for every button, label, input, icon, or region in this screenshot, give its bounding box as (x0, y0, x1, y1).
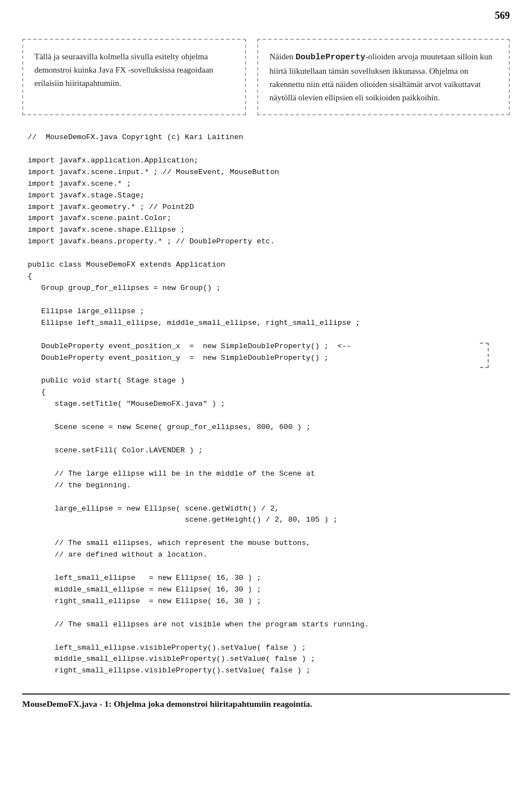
code-line-brace1: { (28, 271, 493, 283)
code-line-start: public void start( Stage stage ) (28, 375, 493, 387)
code-line-right-ellipse: right_small_ellipse = new Ellipse( 16, 3… (28, 596, 493, 608)
dp-bracket (480, 343, 489, 368)
code-block: // MouseDemoFX.java Copyright (c) Kari L… (22, 132, 493, 677)
code-line-ellipse2: Ellipse left_small_ellipse, middle_small… (28, 318, 493, 329)
code-line-2: import javafx.scene.input.* ; // MouseEv… (28, 167, 493, 178)
code-line-class: public class MouseDemoFX extends Applica… (28, 259, 493, 271)
code-line-dp-y: DoubleProperty event_position_y = new Si… (28, 353, 493, 364)
code-line-4: import javafx.stage.Stage; (28, 190, 493, 202)
code-comment-large2: // the beginning. (28, 480, 493, 492)
intro-text-right: Näiden DoubleProperty-olioiden arvoja mu… (269, 52, 492, 102)
code-line-group: Group group_for_ellipses = new Group() ; (28, 283, 493, 294)
code-line-6: import javafx.scene.paint.Color; (28, 213, 493, 225)
code-line-large-ellipse2: scene.getHeight() / 2, 80, 105 ) ; (28, 514, 493, 526)
code-line-right-visible: right_small_ellipse.visibleProperty().se… (28, 665, 493, 677)
code-comment-small1: // The small ellipses, which represent t… (28, 538, 493, 549)
code-line-5: import javafx.geometry.* ; // Point2D (28, 202, 493, 213)
page-number: 569 (495, 10, 510, 22)
code-line-ellipse1: Ellipse large_ellipse ; (28, 306, 493, 318)
code-line-fill: scene.setFill( Color.LAVENDER ) ; (28, 445, 493, 457)
code-line-scene: Scene scene = new Scene( group_for_ellip… (28, 422, 493, 433)
code-line-7: import javafx.scene.shape.Ellipse ; (28, 225, 493, 236)
code-line-comment: // MouseDemoFX.java Copyright (c) Kari L… (28, 132, 493, 144)
code-line-middle-visible: middle_small_ellipse.visibleProperty().s… (28, 654, 493, 665)
code-line-large-ellipse1: large_ellipse = new Ellipse( scene.getWi… (28, 503, 493, 515)
code-content: // MouseDemoFX.java Copyright (c) Kari L… (22, 132, 493, 677)
code-line-dp-x: DoubleProperty event_position_x = new Si… (28, 341, 493, 353)
code-comment-small2: // are defined without a location. (28, 549, 493, 561)
code-line-brace2: { (28, 387, 493, 399)
code-line-3: import javafx.scene.* ; (28, 178, 493, 190)
intro-box-right: Näiden DoubleProperty-olioiden arvoja mu… (257, 39, 510, 115)
code-comment-large1: // The large ellipse will be in the midd… (28, 468, 493, 480)
intro-box-left: Tällä ja seuraavilla kolmella sivulla es… (22, 39, 246, 115)
code-line-1: import javafx.application.Application; (28, 155, 493, 167)
code-line-title: stage.setTitle( "MouseDemoFX.java" ) ; (28, 399, 493, 410)
footer-text: MouseDemoFX.java - 1: Ohjelma joka demon… (22, 693, 510, 709)
code-comment-visible: // The small ellipses are not visible wh… (28, 619, 493, 631)
code-line-middle-ellipse: middle_small_ellipse = new Ellipse( 16, … (28, 584, 493, 596)
code-line-8: import javafx.beans.property.* ; // Doub… (28, 236, 493, 248)
code-line-left-visible: left_small_ellipse.visibleProperty().set… (28, 642, 493, 654)
intro-text-left: Tällä ja seuraavilla kolmella sivulla es… (34, 52, 213, 88)
code-line-left-ellipse: left_small_ellipse = new Ellipse( 16, 30… (28, 573, 493, 584)
